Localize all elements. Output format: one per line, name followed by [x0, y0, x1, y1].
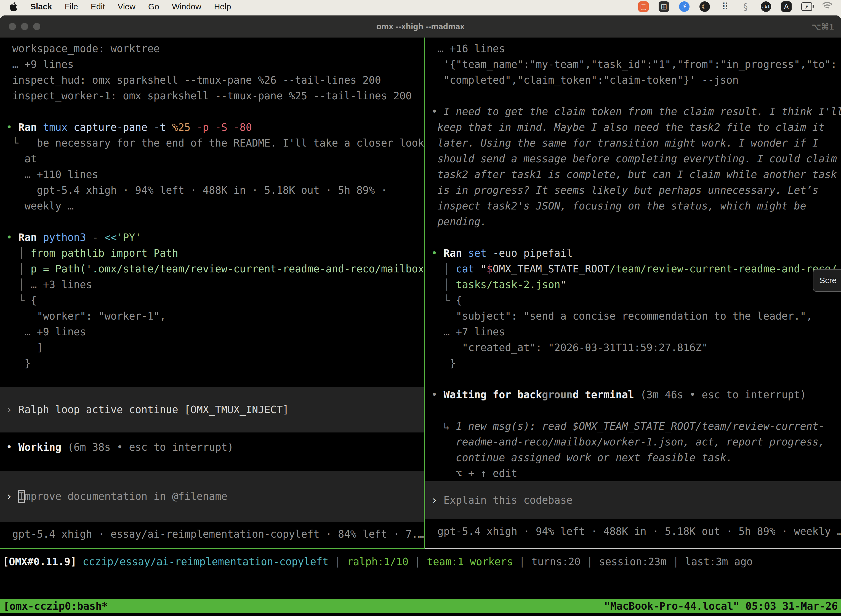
terminal-text-segment: •: [6, 232, 19, 243]
badge-bolt-icon[interactable]: ⚡: [679, 1, 690, 12]
terminal-line: └ {: [431, 293, 841, 308]
terminal-line: inspect task2's JSON, focusing on the st…: [431, 198, 841, 214]
terminal-line: "subject": "send a concise recommendatio…: [431, 308, 841, 324]
terminal-text-segment: (3m 46s • esc to interrupt): [640, 389, 806, 401]
terminal-text-segment: cat: [456, 263, 481, 275]
terminal-line: • Working (6m 38s • esc to interrupt): [6, 439, 424, 455]
terminal-text-segment: ↳: [431, 420, 456, 432]
menu-app-name[interactable]: Slack: [30, 2, 52, 11]
terminal-line: │ cat "$OMX_TEAM_STATE_ROOT/team/review-…: [431, 261, 841, 277]
terminal-text-segment: later. Using the same for transition mig…: [437, 137, 818, 149]
terminal-text-segment: … +110 lines: [6, 169, 98, 180]
terminal-text-segment: task2 after task1 is complete, but can I…: [437, 169, 837, 180]
terminal-text-segment: mprove documentation in @filename: [25, 490, 227, 502]
terminal-text-segment: |: [513, 556, 532, 568]
menu-item-window[interactable]: Window: [172, 2, 201, 11]
menu-item-file[interactable]: File: [64, 2, 78, 11]
terminal-text-segment: |: [580, 556, 599, 568]
terminal-line: readme-and-reco/mailbox/worker-1.json, a…: [431, 434, 841, 450]
terminal-text-segment: be necessary for the end of the README. …: [19, 137, 424, 149]
terminal-line: inspect_hud: omx sparkshell --tmux-pane …: [6, 72, 424, 88]
terminal-line: • Waiting for background terminal (3m 46…: [431, 387, 841, 403]
window-bottom-strip: [0, 613, 841, 616]
wifi-icon-arcs: [822, 2, 833, 11]
terminal-line: • I need to get the claim token from the…: [431, 104, 841, 119]
terminal-text-segment: -euo pipefail: [493, 247, 573, 259]
terminal-text-segment: │: [431, 279, 456, 290]
worker-pane[interactable]: workspace_mode: worktree … +9 lines insp…: [0, 38, 424, 548]
terminal-text-segment: "worker": "worker-1",: [6, 310, 166, 322]
terminal-text-segment: └: [6, 295, 31, 307]
window-title: omx --xhigh --madmax: [0, 22, 841, 31]
window-shortcut-hint: ⌥⌘1: [812, 22, 834, 31]
terminal-text-segment: tmux: [43, 122, 74, 133]
terminal-text-segment: "created_at": "2026-03-31T11:59:27.816Z": [431, 342, 708, 353]
window-title-bar[interactable]: omx --xhigh --madmax ⌥⌘1: [0, 15, 841, 38]
input-source-icon[interactable]: A: [781, 1, 792, 12]
terminal-line: keep that in mind. Maybe I also need the…: [431, 119, 841, 135]
crescent-icon-glyph: ☾: [699, 1, 710, 12]
terminal-line: … +16 lines: [431, 41, 841, 57]
terminal-text-segment: Ralph loop active continue [OMX_TMUX_INJ…: [19, 404, 289, 416]
terminal-text-segment: inspect task2's JSON, focusing on the st…: [437, 200, 806, 212]
tmux-session-label[interactable]: [omx-cczip0:bash*: [3, 600, 108, 612]
text-cursor: I: [19, 490, 25, 502]
terminal-line: … +9 lines: [6, 57, 424, 72]
terminal-line: │ from pathlib import Path: [6, 245, 424, 261]
dots-grid-icon[interactable]: ⠿: [719, 1, 731, 12]
terminal-line: ]: [6, 340, 424, 355]
tmux-panes: workspace_mode: worktree … +9 lines insp…: [0, 38, 841, 548]
terminal-text-segment: •: [6, 441, 19, 453]
shield-grid-icon[interactable]: ⊞: [658, 1, 670, 12]
terminal-line: ↳ 1 new msg(s): read $OMX_TEAM_STATE_ROO…: [431, 418, 841, 434]
terminal-text-segment: └: [431, 295, 456, 307]
terminal-text-segment: turns:20: [532, 556, 580, 568]
menu-item-help[interactable]: Help: [214, 2, 231, 11]
terminal-text-segment: inspect_hud: omx sparkshell --tmux-pane …: [6, 74, 381, 86]
hud-pane[interactable]: Scre … +16 lines '{"team_name":"my-team"…: [425, 38, 841, 548]
terminal-text-segment: 1 new msg(s): read $OMX_TEAM_STATE_ROOT/…: [456, 420, 825, 432]
terminal-text-segment: from pathlib import Path: [31, 247, 178, 259]
terminal-line: should send a message before completing …: [431, 151, 841, 167]
terminal-text-segment: |: [408, 556, 427, 568]
battery-icon[interactable]: ⚡: [801, 1, 812, 12]
dots-grid-icon-glyph: ⠿: [720, 1, 730, 12]
terminal-text-segment: •: [431, 247, 444, 259]
menu-item-edit[interactable]: Edit: [91, 2, 105, 11]
apple-menu-icon[interactable]: [8, 1, 18, 12]
chat-app-icon-glyph: ▢: [638, 1, 649, 12]
menu-item-go[interactable]: Go: [148, 2, 159, 11]
terminal-line: └ {: [6, 293, 424, 308]
terminal-text-segment: OMX_TEAM_STATE_ROOT: [493, 263, 610, 275]
terminal-text-segment: └: [6, 137, 19, 149]
squiggle-icon-glyph: §: [740, 1, 751, 12]
terminal-line: │ tasks/task-2.json": [431, 277, 841, 293]
terminal-text-segment: {: [31, 295, 37, 307]
terminal-text-segment: … +9 lines: [6, 326, 86, 338]
tmux-host-clock: "MacBook-Pro-44.local" 05:03 31-Mar-26: [604, 600, 838, 612]
prompt-input-left[interactable]: › Improve documentation in @filename: [0, 471, 424, 522]
timer-badge-icon[interactable]: ..61: [760, 1, 771, 12]
terminal-line: continue assigned work or next feasible …: [431, 450, 841, 466]
terminal-line: gpt-5.4 xhigh · 94% left · 488K in · 5.1…: [431, 524, 841, 539]
terminal-text-segment: set: [468, 247, 493, 259]
pane-border-horizontal[interactable]: [0, 548, 841, 549]
prompt-input-right[interactable]: › Explain this codebase: [425, 481, 841, 519]
wifi-icon[interactable]: [822, 1, 833, 12]
terminal-line: gpt-5.4 xhigh · essay/ai-reimplementatio…: [6, 526, 424, 542]
terminal-line: '{"team_name":"my-team","task_id":"1","f…: [431, 57, 841, 72]
menu-item-view[interactable]: View: [117, 2, 135, 11]
terminal-line: [6, 214, 424, 230]
battery-icon-body: ⚡: [801, 2, 812, 11]
badge-bolt-icon-glyph: ⚡: [679, 1, 690, 12]
terminal-text-segment: inspect_worker-1: omx sparkshell --tmux-…: [6, 90, 412, 102]
terminal-text-segment: d terminal: [573, 389, 640, 401]
chat-app-icon[interactable]: ▢: [638, 1, 649, 12]
terminal-text-segment: Working: [19, 441, 67, 453]
terminal-line: inspect_worker-1: omx sparkshell --tmux-…: [6, 88, 424, 104]
terminal-line: │ … +3 lines: [6, 277, 424, 293]
terminal-text-segment: │: [6, 247, 31, 259]
omx-status-line: [OMX#0.11.9] cczip/essay/ai-reimplementa…: [3, 554, 841, 570]
squiggle-icon[interactable]: §: [740, 1, 751, 12]
crescent-icon[interactable]: ☾: [699, 1, 710, 12]
